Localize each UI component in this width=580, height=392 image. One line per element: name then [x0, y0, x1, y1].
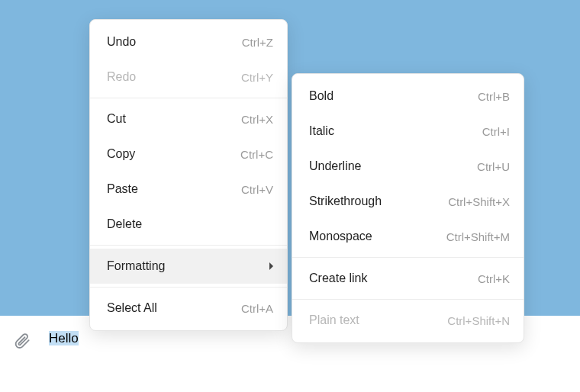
menu-item-bold[interactable]: Bold Ctrl+B [292, 79, 524, 114]
menu-label: Cut [107, 112, 126, 126]
menu-item-paste[interactable]: Paste Ctrl+V [90, 172, 287, 207]
menu-label: Italic [309, 124, 334, 138]
menu-item-create-link[interactable]: Create link Ctrl+K [292, 261, 524, 296]
menu-item-italic[interactable]: Italic Ctrl+I [292, 114, 524, 149]
menu-label: Select All [107, 301, 157, 315]
menu-label: Bold [309, 89, 334, 103]
menu-label: Undo [107, 35, 136, 49]
menu-item-strikethrough[interactable]: Strikethrough Ctrl+Shift+X [292, 184, 524, 219]
menu-label: Redo [107, 70, 136, 84]
menu-item-formatting[interactable]: Formatting [90, 249, 287, 284]
menu-divider [292, 299, 524, 300]
menu-shortcut: Ctrl+Y [241, 71, 273, 84]
menu-label: Underline [309, 159, 361, 173]
menu-label: Delete [107, 217, 142, 231]
attach-icon[interactable] [14, 333, 31, 349]
menu-item-copy[interactable]: Copy Ctrl+C [90, 137, 287, 172]
menu-item-monospace[interactable]: Monospace Ctrl+Shift+M [292, 219, 524, 254]
menu-shortcut: Ctrl+B [478, 90, 510, 103]
menu-label: Strikethrough [309, 194, 382, 208]
menu-shortcut: Ctrl+X [241, 113, 273, 126]
menu-shortcut: Ctrl+V [241, 183, 273, 196]
menu-label: Create link [309, 272, 367, 285]
menu-shortcut: Ctrl+Z [242, 36, 273, 49]
context-menu: Undo Ctrl+Z Redo Ctrl+Y Cut Ctrl+X Copy … [89, 19, 288, 331]
menu-label: Monospace [309, 230, 372, 243]
menu-item-cut[interactable]: Cut Ctrl+X [90, 101, 287, 137]
menu-shortcut: Ctrl+K [478, 272, 510, 285]
menu-shortcut: Ctrl+I [482, 125, 510, 138]
menu-divider [90, 287, 287, 288]
menu-divider [292, 257, 524, 258]
menu-shortcut: Ctrl+U [477, 160, 510, 173]
menu-label: Paste [107, 182, 138, 196]
menu-shortcut: Ctrl+A [241, 302, 273, 315]
menu-shortcut: Ctrl+Shift+X [448, 195, 510, 208]
menu-label: Plain text [309, 313, 359, 327]
menu-item-select-all[interactable]: Select All Ctrl+A [90, 291, 287, 326]
menu-item-underline[interactable]: Underline Ctrl+U [292, 149, 524, 184]
menu-shortcut: Ctrl+Shift+N [447, 314, 510, 327]
menu-label: Formatting [107, 259, 165, 273]
menu-shortcut: Ctrl+C [240, 148, 273, 161]
menu-item-undo[interactable]: Undo Ctrl+Z [90, 24, 287, 59]
menu-item-plain-text: Plain text Ctrl+Shift+N [292, 303, 524, 338]
selected-text: Hello [49, 331, 79, 345]
menu-shortcut: Ctrl+Shift+M [446, 230, 510, 243]
menu-item-redo: Redo Ctrl+Y [90, 59, 287, 95]
menu-label: Copy [107, 147, 135, 161]
menu-divider [90, 98, 287, 98]
formatting-submenu: Bold Ctrl+B Italic Ctrl+I Underline Ctrl… [292, 73, 524, 343]
chevron-right-icon [269, 262, 273, 270]
message-input[interactable]: Hello [49, 331, 79, 346]
menu-item-delete[interactable]: Delete [90, 207, 287, 242]
menu-divider [90, 245, 287, 246]
